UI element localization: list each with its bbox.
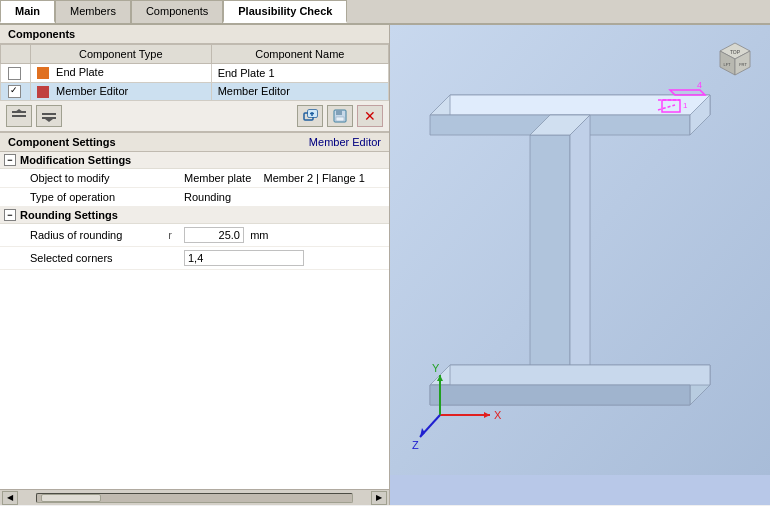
radius-key: r [160,227,180,243]
modification-settings-label: Modification Settings [20,154,131,166]
col-check [1,45,31,64]
nav-cube[interactable]: TOP LFT FRT [710,33,760,83]
col-type-header: Component Type [31,45,212,64]
radius-row: Radius of rounding r mm [0,224,389,247]
tab-main[interactable]: Main [0,0,55,23]
type-of-operation-row: Type of operation Rounding [0,188,389,207]
row1-color [37,67,49,79]
move-up-button[interactable] [6,105,32,127]
svg-rect-12 [336,110,342,115]
modification-settings-header[interactable]: − Modification Settings [0,152,389,169]
svg-text:LFT: LFT [723,62,731,67]
scroll-track[interactable] [36,493,353,503]
object-to-modify-label: Object to modify [0,170,160,186]
row1-name[interactable]: End Plate 1 [211,64,388,83]
svg-rect-4 [42,117,56,119]
svg-marker-25 [450,365,710,385]
row2-checkbox[interactable] [8,85,21,98]
radius-value: mm [180,225,389,245]
3d-scene-svg: 4 1 X Y Z [390,25,770,475]
svg-rect-3 [42,113,56,115]
rounding-settings-header[interactable]: − Rounding Settings [0,207,389,224]
settings-area: − Modification Settings Object to modify… [0,152,389,489]
col-name-header: Component Name [211,45,388,64]
comp-settings-title: Component Settings [8,136,116,148]
comp-settings-name: Member Editor [309,136,381,148]
delete-button[interactable]: ✕ [357,105,383,127]
svg-marker-2 [15,109,23,112]
modification-settings-section: − Modification Settings Object to modify… [0,152,389,207]
row1-checkbox[interactable] [8,67,21,80]
expand-icon2: − [4,209,16,221]
type-of-operation-key [160,195,180,199]
tab-components[interactable]: Components [131,0,223,23]
svg-text:FRT: FRT [739,62,747,67]
svg-text:1: 1 [683,101,688,110]
svg-marker-5 [45,119,53,122]
svg-rect-1 [12,115,26,117]
expand-icon: − [4,154,16,166]
corners-row: Selected corners [0,247,389,270]
type-of-operation-value: Rounding [180,189,389,205]
viewport-3d[interactable]: 4 1 X Y Z [390,25,770,475]
tab-members[interactable]: Members [55,0,131,23]
object-to-modify-key [160,176,180,180]
scroll-thumb[interactable] [41,494,101,502]
radius-label: Radius of rounding [0,227,160,243]
rounding-settings-label: Rounding Settings [20,209,118,221]
svg-marker-26 [430,385,690,405]
svg-rect-13 [336,117,344,121]
new-component-button[interactable] [297,105,323,127]
svg-text:4: 4 [697,80,702,90]
move-down-button[interactable] [36,105,62,127]
row2-name[interactable]: Member Editor [211,82,388,101]
svg-text:X: X [494,409,502,421]
scroll-left-button[interactable]: ◀ [2,491,18,505]
save-button[interactable] [327,105,353,127]
object-to-modify-row: Object to modify Member plate Member 2 |… [0,169,389,188]
tab-bar: Main Members Components Plausibility Che… [0,0,770,25]
comp-settings-header: Component Settings Member Editor [0,132,389,152]
scroll-right-button[interactable]: ▶ [371,491,387,505]
rounding-settings-section: − Rounding Settings Radius of rounding r… [0,207,389,270]
corners-input[interactable] [184,250,304,266]
row2-color [37,86,49,98]
svg-text:TOP: TOP [730,49,741,55]
components-table: Component Type Component Name End Plate … [0,44,389,101]
svg-text:Z: Z [412,439,419,451]
radius-input[interactable] [184,227,244,243]
corners-label: Selected corners [0,250,160,266]
tab-plausibility[interactable]: Plausibility Check [223,0,347,23]
row1-type[interactable]: End Plate [31,64,212,83]
table-row[interactable]: End Plate End Plate 1 [1,64,389,83]
bottom-scrollbar: ◀ ▶ [0,489,389,505]
left-panel: Components Component Type Component Name [0,25,390,505]
type-of-operation-label: Type of operation [0,189,160,205]
corners-value [180,248,389,268]
table-row[interactable]: Member Editor Member Editor [1,82,389,101]
components-section-header: Components [0,25,389,44]
main-layout: Components Component Type Component Name [0,25,770,505]
svg-text:Y: Y [432,362,440,374]
components-toolbar: ✕ [0,101,389,132]
svg-marker-20 [570,115,590,385]
row2-type[interactable]: Member Editor [31,82,212,101]
corners-key [160,256,180,260]
svg-marker-19 [530,135,570,385]
right-panel: 4 1 X Y Z [390,25,770,505]
object-to-modify-value: Member plate Member 2 | Flange 1 [180,170,389,186]
